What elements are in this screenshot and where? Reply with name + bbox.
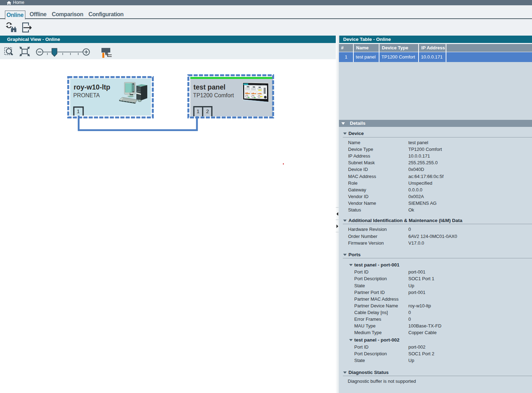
svg-text:test panel: test panel — [193, 83, 225, 91]
svg-text:TP1200 Comfort: TP1200 Comfort — [193, 92, 234, 98]
svg-text:2: 2 — [206, 109, 209, 114]
svg-text:PRONETA: PRONETA — [73, 92, 100, 98]
svg-text:roy-w10-ltp: roy-w10-ltp — [74, 83, 110, 91]
svg-text:1: 1 — [197, 109, 199, 114]
svg-text:1: 1 — [77, 109, 80, 114]
